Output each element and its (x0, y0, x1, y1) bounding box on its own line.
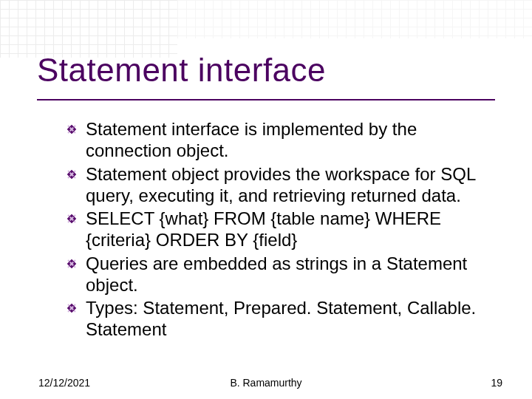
footer-page-number: 19 (491, 377, 502, 389)
footer-author: B. Ramamurthy (0, 377, 532, 389)
bullet-text: Queries are embedded as strings in a Sta… (86, 253, 467, 295)
diamond-bullet-icon (66, 259, 77, 269)
diamond-bullet-icon (66, 169, 77, 180)
diamond-bullet-icon (66, 214, 77, 224)
decorative-grid-left (0, 0, 177, 58)
bullet-item: Statement object provides the workspace … (66, 163, 502, 207)
bullet-text: SELECT {what} FROM {table name} WHERE {c… (86, 208, 441, 250)
bullet-item: Types: Statement, Prepared. Statement, C… (66, 297, 502, 341)
bullet-item: Statement interface is implemented by th… (66, 118, 502, 162)
bullet-text: Types: Statement, Prepared. Statement, C… (86, 298, 476, 339)
bullet-text: Statement object provides the workspace … (86, 164, 475, 205)
slide-title: Statement interface (37, 52, 326, 89)
slide: Statement interface Statement interface … (0, 0, 532, 399)
title-underline (37, 99, 495, 100)
bullet-item: SELECT {what} FROM {table name} WHERE {c… (66, 208, 502, 251)
decorative-grid-top (177, 0, 532, 38)
bullet-text: Statement interface is implemented by th… (86, 119, 417, 160)
diamond-bullet-icon (66, 303, 77, 313)
slide-body: Statement interface is implemented by th… (66, 118, 502, 342)
bullet-item: Queries are embedded as strings in a Sta… (66, 253, 502, 296)
diamond-bullet-icon (66, 124, 77, 134)
